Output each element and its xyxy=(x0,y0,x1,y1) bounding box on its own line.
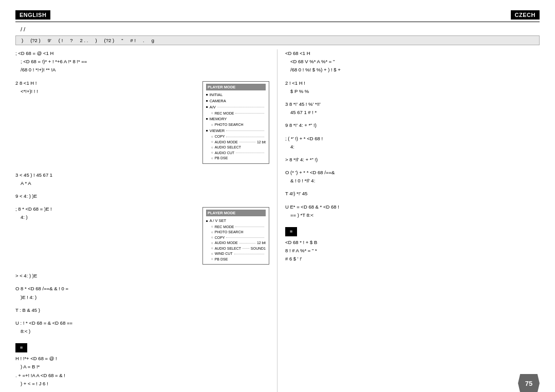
pm1-audiomode: AUDIO MODE 12 bit xyxy=(206,140,266,145)
nav-item-4: ( ! xyxy=(59,38,63,43)
player-mode-box-1: PLAYER MODE INITIAL CAMERA A/V REC MODE … xyxy=(202,81,269,164)
right-note-box: = xyxy=(285,227,297,236)
pm1-av: A/V xyxy=(206,104,266,110)
pm1-audioselect: AUDIO SELECT xyxy=(206,145,266,151)
left-section-3: 3 < 45 ) ! 45 67 1 A * A xyxy=(15,171,269,187)
left-note-box: = xyxy=(15,343,27,352)
left-column: ; <D 68 = @ <1 H ; <D 68 = !)* + ! *+6 A… xyxy=(15,49,278,392)
left-section-7: O 8 * <D 68 /==& & ! 0 = )E ! 4: ) xyxy=(15,285,269,301)
pm1-pbdse: PB DSE xyxy=(206,156,266,161)
right-section-9: U E* = <D 68 & * <D 68 ! == ) *T 8:< xyxy=(285,203,540,219)
pm2-photosearch: PHOTO SEARCH xyxy=(206,230,266,235)
rs9-line2: == ) *T 8:< xyxy=(285,211,540,219)
pm2-copy: COPY xyxy=(206,235,266,241)
rs7-line2: & ! 0 ! *!l' 4: xyxy=(285,177,540,184)
nav-item-2: (?2 ) xyxy=(30,38,41,43)
ls6-line1: > < 4: ) )E xyxy=(15,272,269,279)
ls1-line1: ; <D 68 = @ <1 H xyxy=(15,49,269,57)
right-section-3: 3 8 *!' 45 ! %' *!!' 45 67 1 # ! * xyxy=(285,100,540,116)
right-section-7: O (* ') + * * <D 68 /==& & ! 0 ! *!l' 4: xyxy=(285,169,540,184)
nav-item-6: 2 . . xyxy=(80,38,88,43)
pm2-windcut: WIND CUT xyxy=(206,251,266,257)
rs9-line1: U E* = <D 68 & * <D 68 ! xyxy=(285,203,540,211)
pm1-recmode: REC MODE xyxy=(206,111,266,117)
rs8-line1: T 4!) *!' 45 xyxy=(285,190,540,197)
rns-line2: 8 ! # A %* = " * xyxy=(285,247,540,254)
nav-item-10: . xyxy=(143,38,144,43)
rs5-line2: 4: xyxy=(285,143,540,151)
nav-item-9: # ! xyxy=(131,38,136,43)
ls3-line2: A * A xyxy=(15,179,269,187)
right-section-5: ; ( *' !) + * <D 68 ! 4: xyxy=(285,135,540,151)
right-section-8: T 4!) *!' 45 xyxy=(285,190,540,197)
player-mode-title-2: PLAYER MODE xyxy=(206,210,266,216)
lns-line4: ) + < = ! J 6 ! xyxy=(15,380,269,387)
right-section-1: <D 68 <1 H <D 68 V %* A %* = " /68 0 ! %… xyxy=(285,49,540,74)
ls3-line1: 3 < 45 ) ! 45 67 1 xyxy=(15,171,269,179)
pm1-camera: CAMERA xyxy=(206,98,266,104)
nav-item-7: (?2 ) xyxy=(104,38,115,43)
pm2-recmode: REC MODE xyxy=(206,225,266,230)
top-nav: ) (?2 ) 9' ( ! ? 2 . . ) (?2 ) " # ! . g xyxy=(15,35,540,45)
header-divider xyxy=(15,22,540,22)
pm1-audiocut: AUDIO CUT xyxy=(206,151,266,156)
lns-line3: . + =+! !A A <D 68 = & ! xyxy=(15,371,269,379)
player-mode-title-1: PLAYER MODE xyxy=(206,84,266,90)
ls2-text: 2 8 <1 H ! <*!+)! ! ! xyxy=(15,79,197,96)
right-section-4: 9 8 *!' 4: + *" !) xyxy=(285,121,540,129)
ls9-line2: 8:< ) xyxy=(15,327,269,335)
rs3-line2: 45 67 1 # ! * xyxy=(285,108,540,116)
ls5-line1: ; 8 * <D 68 = )E ! xyxy=(15,205,197,213)
ls5-line2: 4: ) xyxy=(15,213,197,221)
right-column: <D 68 <1 H <D 68 V %* A %* = " /68 0 ! %… xyxy=(278,49,540,392)
lns-line2: ) A = B !* xyxy=(15,363,269,370)
left-section-5: ; 8 * <D 68 = )E ! 4: ) PLAYER MODE A / … xyxy=(15,205,269,267)
ls4-line1: 9 < 4: ) )E xyxy=(15,192,269,200)
czech-badge: CZECH xyxy=(511,10,540,20)
ls2-line2: <*!+)! ! ! xyxy=(15,87,197,95)
rs4-line1: 9 8 *!' 4: + *" !) xyxy=(285,121,540,129)
right-note-section: <D 68 * ! + $ B 8 ! # A %* = " * # 6 $ '… xyxy=(285,238,540,263)
nav-item-5: ? xyxy=(70,38,72,43)
left-section-9: U : ! * <D 68 = & <D 68 == 8:< ) xyxy=(15,319,269,335)
rs2-line2: $ P % % xyxy=(285,87,540,95)
pm1-initial: INITIAL xyxy=(206,92,266,98)
slash-line: / / xyxy=(21,26,540,32)
left-section-8: T : B & 45 ) xyxy=(15,306,269,314)
rs5-line1: ; ( *' !) + * <D 68 ! xyxy=(285,135,540,142)
rs1-line3: /68 0 ! %! $ %) + ) ! $ + xyxy=(285,66,540,73)
lns-line1: H ! !*+ <D 68 = @ ! xyxy=(15,354,269,362)
nav-item-8: " xyxy=(121,38,123,43)
pm1-memory: MEMORY xyxy=(206,116,266,122)
pm2-avset: A / V SET xyxy=(206,218,266,223)
rns-line3: # 6 $ ' !' xyxy=(285,255,540,263)
ls8-line1: T : B & 45 ) xyxy=(15,306,269,314)
pm1-copy: COPY xyxy=(206,134,266,140)
rs7-line1: O (* ') + * * <D 68 /==& xyxy=(285,169,540,176)
ls1-line2: ; <D 68 = !)* + ! *+6 A !* 8 !* == xyxy=(15,58,269,65)
ls2-line1: 2 8 <1 H ! xyxy=(15,79,197,87)
ls1-line3: /68 0 ! *!+)! ** !A xyxy=(15,66,269,73)
rns-line1: <D 68 * ! + $ B xyxy=(285,238,540,246)
ls7-line2: )E ! 4: ) xyxy=(15,293,269,301)
two-col-layout: ; <D 68 = @ <1 H ; <D 68 = !)* + ! *+6 A… xyxy=(15,49,540,392)
player-mode-box-2: PLAYER MODE A / V SET REC MODE PHOTO SEA… xyxy=(202,207,269,265)
english-badge: ENGLISH xyxy=(15,10,50,20)
left-section-4: 9 < 4: ) )E xyxy=(15,192,269,200)
nav-item-11: g xyxy=(152,38,154,43)
rs3-line1: 3 8 *!' 45 ! %' *!!' xyxy=(285,100,540,108)
ls7-line1: O 8 * <D 68 /==& & ! 0 = xyxy=(15,285,269,292)
nav-separator: ) xyxy=(95,38,97,43)
page: ENGLISH CZECH / / ) (?2 ) 9' ( ! ? 2 . .… xyxy=(0,0,555,392)
pm1-viewer: VIEWER xyxy=(206,128,266,134)
pm2-pbdse: PB DSE xyxy=(206,257,266,263)
rs2-line1: 2 ! <1 H ! xyxy=(285,79,540,87)
ls9-line1: U : ! * <D 68 = & <D 68 == xyxy=(15,319,269,327)
left-section-2: 2 8 <1 H ! <*!+)! ! ! PLAYER MODE INITIA… xyxy=(15,79,269,166)
ls5-text: ; 8 * <D 68 = )E ! 4: ) xyxy=(15,205,197,221)
left-section-1: ; <D 68 = @ <1 H ; <D 68 = !)* + ! *+6 A… xyxy=(15,49,269,74)
pm2-audiomode: AUDIO MODE 12 bit xyxy=(206,240,266,246)
left-note-section: H ! !*+ <D 68 = @ ! ) A = B !* . + =+! !… xyxy=(15,354,269,387)
nav-item-3: 9' xyxy=(48,38,51,43)
right-section-6: > 8 *!l' 4: + *" !) xyxy=(285,156,540,163)
